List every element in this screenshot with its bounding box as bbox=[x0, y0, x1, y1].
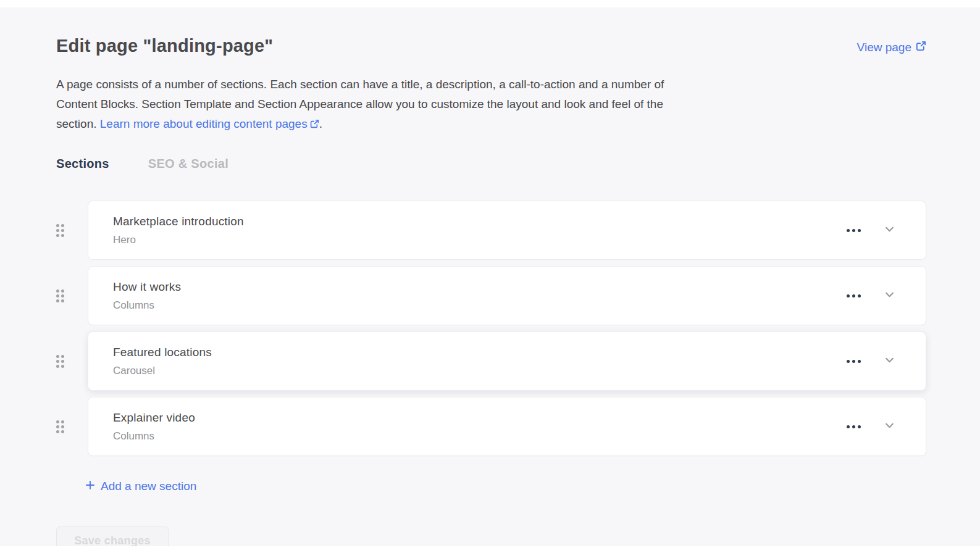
learn-more-link[interactable]: Learn more about editing content pages bbox=[100, 117, 319, 130]
tab-bar: Sections SEO & Social bbox=[56, 157, 926, 171]
chevron-down-icon bbox=[884, 355, 895, 367]
add-new-section-label: Add a new section bbox=[101, 480, 196, 493]
section-template: Columns bbox=[113, 299, 181, 312]
section-card-actions bbox=[845, 222, 897, 239]
view-page-link[interactable]: View page bbox=[857, 41, 926, 54]
section-menu-button[interactable] bbox=[845, 422, 862, 432]
page-description: A page consists of a number of sections.… bbox=[56, 75, 695, 135]
tab-sections[interactable]: Sections bbox=[56, 157, 109, 171]
bottom-edge-strip bbox=[0, 546, 980, 553]
section-expand-button[interactable] bbox=[882, 222, 897, 239]
ellipsis-menu-icon bbox=[847, 229, 850, 232]
drag-handle[interactable] bbox=[56, 289, 88, 302]
section-card-actions bbox=[845, 287, 897, 304]
section-row-featured-locations: Featured locations Carousel bbox=[56, 331, 926, 391]
section-card[interactable]: Marketplace introduction Hero bbox=[88, 201, 926, 260]
section-expand-button[interactable] bbox=[882, 352, 897, 370]
drag-handle-icon bbox=[56, 420, 64, 433]
section-menu-button[interactable] bbox=[845, 291, 862, 301]
tab-seo-social[interactable]: SEO & Social bbox=[148, 157, 228, 171]
section-card[interactable]: Featured locations Carousel bbox=[88, 331, 926, 391]
section-row-how-it-works: How it works Columns bbox=[56, 266, 926, 325]
drag-handle-icon bbox=[56, 289, 64, 302]
section-title: How it works bbox=[113, 280, 181, 294]
edit-page-panel: Edit page "landing-page" View page A pag… bbox=[0, 0, 980, 553]
section-template: Columns bbox=[113, 430, 195, 443]
section-card-texts: Explainer video Columns bbox=[113, 411, 195, 443]
section-card-actions bbox=[845, 352, 897, 370]
section-card-texts: Featured locations Carousel bbox=[113, 346, 212, 377]
external-link-icon bbox=[310, 118, 319, 131]
chevron-down-icon bbox=[884, 224, 895, 236]
drag-handle[interactable] bbox=[56, 355, 88, 368]
section-title: Marketplace introduction bbox=[113, 215, 244, 228]
section-title: Explainer video bbox=[113, 411, 195, 425]
section-row-explainer-video: Explainer video Columns bbox=[56, 397, 926, 456]
section-card-texts: Marketplace introduction Hero bbox=[113, 215, 244, 246]
section-row-marketplace-introduction: Marketplace introduction Hero bbox=[56, 201, 926, 260]
section-template: Carousel bbox=[113, 365, 212, 377]
chevron-down-icon bbox=[884, 420, 895, 433]
section-expand-button[interactable] bbox=[882, 418, 897, 435]
description-period: . bbox=[319, 117, 322, 130]
view-page-label: View page bbox=[857, 41, 911, 54]
section-menu-button[interactable] bbox=[845, 225, 862, 236]
section-card[interactable]: How it works Columns bbox=[88, 266, 926, 325]
drag-handle[interactable] bbox=[56, 420, 88, 433]
drag-handle-icon bbox=[56, 224, 64, 237]
page-header: Edit page "landing-page" View page bbox=[56, 36, 926, 56]
chevron-down-icon bbox=[884, 289, 895, 302]
plus-icon bbox=[85, 480, 95, 493]
page-title: Edit page "landing-page" bbox=[56, 36, 273, 56]
ellipsis-menu-icon bbox=[847, 425, 850, 428]
section-card[interactable]: Explainer video Columns bbox=[88, 397, 926, 456]
section-expand-button[interactable] bbox=[882, 287, 897, 304]
add-new-section-link[interactable]: Add a new section bbox=[85, 480, 196, 493]
external-link-icon bbox=[916, 41, 926, 54]
section-template: Hero bbox=[113, 234, 244, 246]
drag-handle-icon bbox=[56, 355, 64, 368]
ellipsis-menu-icon bbox=[847, 294, 850, 297]
section-title: Featured locations bbox=[113, 346, 212, 359]
section-card-texts: How it works Columns bbox=[113, 280, 181, 312]
section-menu-button[interactable] bbox=[845, 356, 862, 367]
section-card-actions bbox=[845, 418, 897, 435]
drag-handle[interactable] bbox=[56, 224, 88, 237]
ellipsis-menu-icon bbox=[847, 360, 850, 363]
sections-list: Marketplace introduction Hero bbox=[56, 201, 926, 456]
